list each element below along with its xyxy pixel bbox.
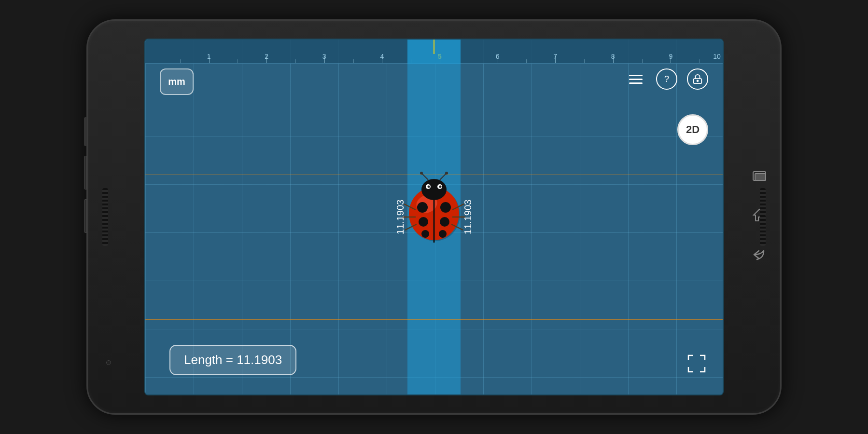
screen: 1 2 3 4 5 6 7 8 9 10: [144, 39, 724, 395]
unit-label: mm: [168, 76, 185, 87]
svg-line-19: [440, 174, 446, 180]
svg-point-6: [417, 202, 428, 213]
phone-body: 1 2 3 4 5 6 7 8 9 10: [86, 19, 782, 415]
length-value: Length = 11.1903: [184, 353, 282, 367]
menu-button[interactable]: [625, 68, 646, 90]
ruler-mark-10: 10: [713, 53, 721, 60]
svg-point-1: [697, 80, 699, 81]
lock-button[interactable]: [687, 68, 708, 90]
volume-down-button[interactable]: [84, 199, 87, 233]
help-icon: ?: [664, 74, 669, 84]
svg-point-18: [420, 172, 423, 175]
mode-2d-button[interactable]: 2D: [677, 114, 708, 145]
phone-wrapper: 1 2 3 4 5 6 7 8 9 10: [57, 10, 811, 424]
svg-point-10: [440, 217, 449, 227]
lock-icon: [692, 74, 703, 84]
speaker-right: [760, 188, 766, 246]
guide-line-bottom: [145, 319, 723, 320]
svg-point-8: [421, 230, 429, 238]
ladybug-image: [395, 171, 473, 248]
back-button[interactable]: [752, 249, 767, 263]
svg-point-16: [439, 186, 442, 188]
volume-up-button[interactable]: [84, 156, 87, 190]
svg-point-7: [419, 217, 428, 227]
speaker-left: [102, 188, 108, 246]
fullscreen-button[interactable]: [685, 352, 708, 375]
svg-line-17: [422, 174, 428, 180]
fullscreen-icon: [687, 354, 706, 373]
help-button[interactable]: ?: [656, 68, 677, 90]
recent-icon: [752, 171, 767, 181]
top-icons-container: ?: [625, 68, 708, 90]
svg-point-9: [440, 202, 451, 213]
camera-dot: [106, 360, 111, 365]
svg-rect-28: [755, 174, 766, 180]
svg-point-12: [421, 179, 447, 200]
back-icon: [752, 249, 767, 260]
svg-point-15: [428, 186, 430, 188]
ruler-top: 1 2 3 4 5 6 7 8 9 10: [145, 40, 723, 64]
svg-point-11: [439, 230, 447, 238]
unit-button[interactable]: mm: [160, 68, 194, 95]
recent-apps-button[interactable]: [752, 171, 767, 184]
hamburger-icon: [629, 75, 643, 84]
ruler-highlight: [407, 40, 461, 64]
length-display: Length = 11.1903: [169, 345, 296, 375]
svg-point-20: [445, 172, 448, 175]
mode-label: 2D: [686, 123, 700, 136]
ladybug-svg: [395, 171, 473, 248]
